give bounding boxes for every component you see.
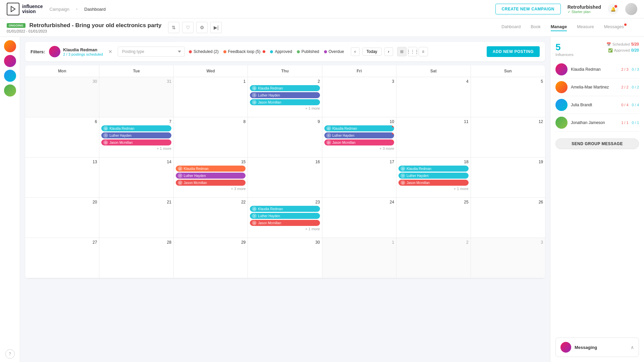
instagram-icon: ◎: [252, 221, 257, 225]
column-view-button[interactable]: ⋮⋮⋮: [408, 47, 417, 56]
calendar-cell-16[interactable]: 15◎Klaudia RedmanfLuther Hayden◎Jason Mc…: [174, 158, 248, 198]
influencer-row[interactable]: Jonathan Jameson1 / 10 / 1: [555, 114, 639, 132]
calendar-cell-10[interactable]: 9: [248, 117, 322, 158]
more-link[interactable]: + 1 more: [101, 146, 171, 150]
help-button[interactable]: ?: [5, 349, 15, 359]
calendar-cell-12[interactable]: 11: [396, 117, 471, 158]
nav-dashboard-label[interactable]: Dashboard: [84, 7, 106, 12]
calendar-cell-27[interactable]: 26: [471, 198, 545, 238]
calendar-cell-34[interactable]: 3: [471, 238, 545, 278]
posting-pill[interactable]: ◎Klaudia Redman: [176, 166, 246, 172]
tab-book[interactable]: Book: [531, 24, 541, 31]
more-link[interactable]: + 3 more: [324, 146, 394, 150]
sidebar-avatar-1[interactable]: [4, 40, 16, 52]
view-buttons: ⊞ ⋮⋮⋮ ≡: [397, 47, 428, 56]
calendar-cell-7[interactable]: 6: [25, 117, 99, 158]
sidebar-avatar-4[interactable]: [4, 84, 16, 97]
posting-pill[interactable]: fLuther Hayden: [176, 173, 246, 179]
tab-manage[interactable]: Manage: [551, 24, 567, 31]
calendar-cell-17[interactable]: 16: [248, 158, 322, 198]
influencer-row[interactable]: Klaudia Redman2 / 30 / 3: [555, 61, 639, 78]
posting-pill[interactable]: ◎Klaudia Redman: [250, 85, 320, 91]
sidebar-bottom: ?: [5, 349, 15, 359]
posting-pill[interactable]: fLuther Hayden: [101, 132, 171, 138]
calendar-cell-32[interactable]: 1: [322, 238, 396, 278]
add-posting-button[interactable]: ADD NEW POSTING: [487, 46, 540, 57]
more-link[interactable]: + 1 more: [250, 227, 320, 231]
calendar-cell-21[interactable]: 20: [25, 198, 99, 238]
posting-pill[interactable]: ◎Jason Mcmillan: [250, 99, 320, 105]
influencer-row[interactable]: Julia Brandt0 / 40 / 4: [555, 96, 639, 114]
posting-pill[interactable]: ◎Klaudia Redman: [101, 125, 171, 131]
influencer-row[interactable]: Amelia-Mae Martinez2 / 20 / 2: [555, 78, 639, 96]
calendar-cell-1[interactable]: 31: [99, 77, 173, 117]
posting-pill[interactable]: ◎Klaudia Redman: [250, 206, 320, 212]
calendar-cell-8[interactable]: 7◎Klaudia RedmanfLuther Hayden◎Jason Mcm…: [99, 117, 173, 158]
posting-pill[interactable]: ◎Jason Mcmillan: [398, 180, 468, 186]
posting-pill[interactable]: ◎Klaudia Redman: [398, 166, 468, 172]
calendar-cell-4[interactable]: 3: [322, 77, 396, 117]
calendar-cell-31[interactable]: 30: [248, 238, 322, 278]
tool-btn-heart[interactable]: ♡: [182, 22, 194, 33]
posting-type-select[interactable]: Posting type: [118, 47, 185, 57]
sidebar-avatar-2[interactable]: [4, 55, 16, 67]
tool-btn-export[interactable]: ▶|: [210, 22, 222, 33]
calendar-cell-13[interactable]: 12: [471, 117, 545, 158]
calendar-cell-9[interactable]: 8: [174, 117, 248, 158]
posting-pill[interactable]: ◎Jason Mcmillan: [324, 139, 394, 145]
messaging-bar[interactable]: Messaging ∧: [555, 338, 639, 357]
calendar-cell-5[interactable]: 4: [396, 77, 471, 117]
next-month-button[interactable]: ›: [384, 47, 393, 56]
calendar-cell-25[interactable]: 24: [322, 198, 396, 238]
calendar-cell-3[interactable]: 2◎Klaudia RedmanfLuther Hayden◎Jason Mcm…: [248, 77, 322, 117]
user-avatar[interactable]: [625, 3, 637, 15]
instagram-icon: ◎: [326, 126, 331, 131]
posting-pill[interactable]: fLuther Hayden: [250, 213, 320, 219]
posting-pill[interactable]: fLuther Hayden: [324, 132, 394, 138]
send-group-message-button[interactable]: SEND GROUP MESSAGE: [555, 138, 639, 149]
calendar-cell-23[interactable]: 22: [174, 198, 248, 238]
cal-date: 6: [27, 119, 97, 124]
posting-pill[interactable]: ◎Jason Mcmillan: [250, 220, 320, 226]
more-link[interactable]: + 1 more: [250, 106, 320, 110]
list-view-button[interactable]: ≡: [419, 47, 428, 56]
more-link[interactable]: + 3 more: [176, 187, 246, 191]
calendar-cell-24[interactable]: 23◎Klaudia RedmanfLuther Hayden◎Jason Mc…: [248, 198, 322, 238]
nav-campaign-label[interactable]: Campaign: [49, 7, 69, 12]
calendar-cell-15[interactable]: 14: [99, 158, 173, 198]
tab-dashboard[interactable]: Dahboard: [501, 24, 521, 31]
tab-messages[interactable]: Messages: [604, 24, 624, 31]
cal-date: 22: [176, 200, 246, 204]
grid-view-button[interactable]: ⊞: [397, 47, 407, 56]
more-link[interactable]: + 1 more: [398, 187, 468, 191]
calendar-cell-28[interactable]: 27: [25, 238, 99, 278]
tool-btn-upload[interactable]: ⇅: [168, 22, 179, 33]
calendar-cell-33[interactable]: 2: [396, 238, 471, 278]
prev-month-button[interactable]: ‹: [351, 47, 360, 56]
calendar-cell-11[interactable]: 10◎Klaudia RedmanfLuther Hayden◎Jason Mc…: [322, 117, 396, 158]
calendar-cell-20[interactable]: 19: [471, 158, 545, 198]
calendar-cell-26[interactable]: 25: [396, 198, 471, 238]
posting-pill[interactable]: ◎Klaudia Redman: [324, 125, 394, 131]
calendar-cell-0[interactable]: 30: [25, 77, 99, 117]
calendar-cell-29[interactable]: 28: [99, 238, 173, 278]
posting-pill[interactable]: fLuther Hayden: [250, 92, 320, 98]
calendar-cell-6[interactable]: 5: [471, 77, 545, 117]
today-button[interactable]: Today: [362, 48, 382, 56]
posting-pill[interactable]: ◎Jason Mcmillan: [101, 139, 171, 145]
calendar-cell-18[interactable]: 17: [322, 158, 396, 198]
tab-measure[interactable]: Measure: [577, 24, 594, 31]
filter-close-button[interactable]: ✕: [107, 48, 114, 55]
tool-btn-settings[interactable]: ⚙: [196, 22, 208, 33]
calendar-cell-22[interactable]: 21: [99, 198, 173, 238]
notification-icon[interactable]: 🔔: [608, 4, 619, 14]
calendar-cell-14[interactable]: 13: [25, 158, 99, 198]
calendar-cell-30[interactable]: 29: [174, 238, 248, 278]
influencer-avatar: [555, 99, 568, 111]
sidebar-avatar-3[interactable]: [4, 70, 16, 82]
calendar-cell-2[interactable]: 1: [174, 77, 248, 117]
calendar-cell-19[interactable]: 18◎Klaudia RedmanfLuther Hayden◎Jason Mc…: [396, 158, 471, 198]
posting-pill[interactable]: ◎Jason Mcmillan: [176, 180, 246, 186]
create-campaign-button[interactable]: CREATE NEW CAMPAIGN: [495, 4, 561, 14]
posting-pill[interactable]: fLuther Hayden: [398, 173, 468, 179]
